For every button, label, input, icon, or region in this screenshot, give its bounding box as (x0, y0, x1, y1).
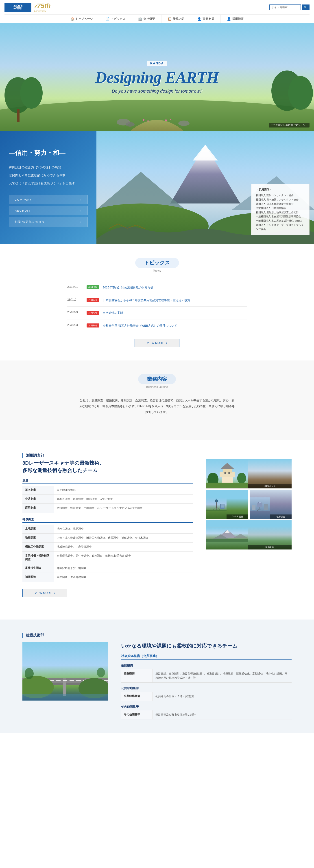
recruit-button[interactable]: RECRUIT › (9, 206, 88, 215)
gnss-svg (206, 490, 226, 519)
about-left-panel: ―信用・努力・和― 神田設計の総合力【5つの柱】の展開 官民問わず常に柔軟的に対… (0, 131, 97, 244)
equip-svg (250, 490, 270, 519)
affiliation-item-5: 一般社団法人 名古屋市測量設計事業協会 (256, 214, 305, 219)
castle-svg (206, 459, 248, 489)
hero-subtitle: Do you have something design for tomorro… (112, 89, 202, 94)
main-nav: 🏠 トップページ 📄 トピックス 🏢 会社概要 📋 業務内容 👤 事業支援 👤 … (4, 14, 310, 23)
mountain-svg (206, 520, 248, 550)
topic-date: 23/12/21 (67, 285, 83, 288)
topic-link[interactable]: 2025年市向け1day業務体験のお知らせ (103, 285, 153, 290)
gnss-image-label: GNSS 測量 (226, 515, 248, 519)
hojo-category: 補償調査 (23, 517, 193, 523)
affiliation-item-6: 一般社団法人 名古屋建築設計研究（NSK） (256, 219, 305, 223)
svg-rect-48 (252, 505, 256, 510)
topic-item: 23/12/21 採用情報 2025年市向け1day業務体験のお知らせ (67, 281, 247, 294)
survey-image-equip: 地形調査 (250, 490, 291, 519)
table-row: 公共緑地整備 公共緑地の計画・予備・実施設計 (121, 692, 291, 701)
search-area: 🔍 (269, 4, 310, 10)
hojo-table: 土地調査 法務発調査、境界調査 物件調査 木造・非木造建物調査、附帯工作物調査、… (23, 525, 193, 582)
affiliation-item-2: 社団法人 日本不動産鑑定士連絡会 (256, 202, 305, 206)
anniversary-button[interactable]: 創業75周年を迎えて › (9, 217, 88, 227)
header-top: 株式会社神田設計 775th Anniversary 🔍 (4, 0, 310, 14)
svg-point-44 (259, 502, 260, 503)
recruit-icon: 👤 (227, 17, 231, 21)
nav-topics[interactable]: 📄 トピックス (99, 14, 132, 23)
survey-image-label: 3Dスキャナ (248, 484, 291, 489)
topic-link[interactable]: 出水速情の案版 (103, 311, 123, 315)
topics-title-ja: トピックス (135, 258, 179, 268)
topics-view-more-button[interactable]: VIEW MORE › (135, 339, 179, 347)
company-logo[interactable]: 株式会社神田設計 (4, 3, 31, 12)
svg-point-37 (215, 499, 217, 501)
mountain-image-label: 現地化案 (248, 545, 291, 550)
nav-home[interactable]: 🏠 トップページ (64, 14, 99, 23)
table-row: 補償関連 事由調査、生活再建調査 (23, 573, 193, 582)
survey-image-mountain: 現地化案 (206, 520, 291, 550)
const-table2: 公共緑地整備 公共緑地の計画・予備・実施設計 (121, 692, 291, 701)
topic-item: 23/06/23 お知らせ 出水速情の案版 (67, 307, 247, 319)
business-intro: 当社は、測量調査、建築技術、建築設計、企業調査、経営管理の連携で、自然と人々が共… (78, 398, 236, 415)
bridge-svg (23, 642, 108, 701)
about-desc1: 神田設計の総合力【5つの柱】の展開 (9, 164, 88, 170)
const-image (23, 642, 108, 701)
search-input[interactable] (269, 4, 301, 10)
topics-list: 23/12/21 採用情報 2025年市向け1day業務体験のお知らせ 23/7… (67, 281, 247, 332)
arrow-icon: › (54, 591, 55, 595)
svg-rect-60 (63, 678, 66, 696)
const-table1: 基盤整備 道路設計、道路設計、道路付帯施設設計、橋道路設計、地形設計、情報通信化… (121, 669, 291, 683)
const-sub2: 公共緑地整備 (121, 686, 291, 690)
svg-point-68 (97, 668, 105, 677)
catchphrase: ―信用・努力・和― (9, 148, 88, 157)
about-right-panel: 〈所属団体〉 社団法人 建設コンサルタンツ協会 社団法人 日本地盤コンサルタント… (97, 131, 314, 244)
svg-rect-29 (228, 472, 230, 474)
equip-image-label: 地形調査 (270, 515, 291, 519)
affiliation-item-1: 社団法人 日本地盤コンサルタント協会 (256, 197, 305, 202)
logo-area: 株式会社神田設計 775th Anniversary (4, 2, 51, 12)
nav-business[interactable]: 📋 業務内容 (162, 14, 191, 23)
search-button[interactable]: 🔍 (302, 4, 310, 10)
topic-badge: お知らせ (86, 323, 99, 328)
survey-image-row: 3Dスキャナ (206, 459, 291, 489)
about-desc3: お客様に「喜んで届ける成果づくり」を目指す (9, 180, 88, 187)
company-button[interactable]: COMPANY › (9, 195, 88, 204)
const-dept-title: いかなる環境や課題にも柔軟的に対応できるチーム (121, 642, 291, 650)
about-buttons: COMPANY › RECRUIT › 創業75周年を迎えて › (9, 195, 88, 227)
arrow-icon: › (80, 209, 82, 212)
table-row: 応用測量 路線測量、河川測量、用地測量、3Dレーザースキャナによる3次元測量 (23, 504, 193, 513)
business-title-ja: 業務内容 (138, 374, 176, 384)
topics-title-wrap: トピックス Topics (23, 258, 291, 272)
business-title-en: Business Outline (23, 385, 291, 389)
hero-kanda-label: KANDA (147, 61, 168, 66)
svg-rect-26 (223, 468, 232, 473)
table-row: 営業補償・特殊補償調査 宮業環境調査、居住者調査、動態調査、遺構(移転妥当書)調… (23, 552, 193, 564)
survey-image-row2: GNSS 測量 (206, 490, 291, 519)
affiliation-title: 〈所属団体〉 (256, 188, 305, 191)
const-dept-section: 建設技術部 (0, 620, 314, 733)
topic-badge: 採用情報 (86, 285, 99, 289)
topic-item: 23/7/10 お知らせ 日本測量協会から令和５年度公共用地品質管理事業（重点点… (67, 294, 247, 307)
svg-point-23 (237, 473, 246, 484)
table-row: 土地調査 法務発調査、境界調査 (23, 525, 193, 533)
nav-support[interactable]: 👤 事業支援 (191, 14, 221, 23)
survey-view-more-button[interactable]: VIEW MORE › (23, 589, 67, 597)
topic-link[interactable]: 日本測量協会から令和５年度公共用地品質管理事業（重点点）改賞 (103, 298, 190, 303)
hero-location-label: ナゴヤ城より名古屋「栄ゾーン」 (269, 123, 310, 127)
affiliation-item-0: 社団法人 建設コンサルタンツ協会 (256, 193, 305, 197)
topic-date: 23/06/23 (67, 311, 83, 314)
survey-dept-title: 3Dレーザースキャナ等の最新技術、多彩な測量技術を融合したチーム (23, 459, 193, 474)
arrow-icon: › (80, 198, 82, 202)
table-row: 機械工作物調査 地域地消調査、生産設備調査 (23, 542, 193, 551)
survey-dept-header: 3Dレーザースキャナ等の最新技術、多彩な測量技術を融合したチーム 測量 基本測量… (23, 459, 291, 597)
const-dept-header: いかなる環境や課題にも柔軟的に対応できるチーム 社会資本整備（公共事業） 基盤整… (23, 642, 291, 720)
topic-badge: お知らせ (86, 298, 99, 302)
table-row: 基盤整備 道路設計、道路設計、道路付帯施設設計、橋道路設計、地形設計、情報通信化… (121, 669, 291, 683)
home-icon: 🏠 (70, 17, 74, 21)
nav-recruit[interactable]: 👤 採用情報 (221, 14, 250, 23)
topic-link[interactable]: 令和５年度 積算方針発表会（WEB方式）の開催について (103, 323, 177, 328)
arrow-icon: › (80, 220, 82, 223)
arrow-icon: › (166, 341, 167, 345)
topics-section: トピックス Topics 23/12/21 採用情報 2025年市向け1day業… (0, 244, 314, 361)
nav-company[interactable]: 🏢 会社概要 (132, 14, 162, 23)
about-desc2: 官民問わず常に柔軟的に対応できる体制 (9, 172, 88, 179)
topics-icon: 📄 (106, 17, 109, 21)
